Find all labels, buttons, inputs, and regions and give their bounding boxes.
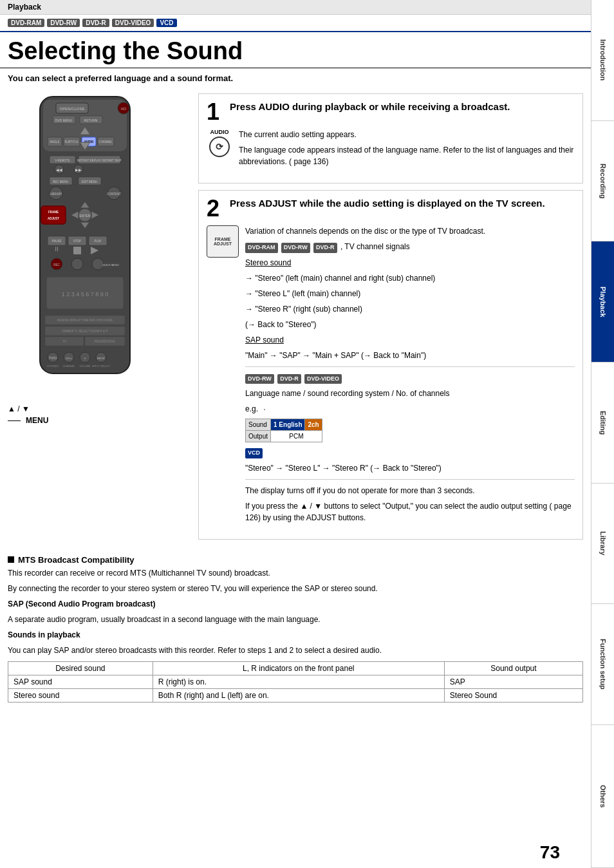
sidebar-tab-others[interactable]: Others [591,725,614,868]
sidebar-tab-library[interactable]: Library [591,484,614,605]
badge-dvd-r2: DVD-R [277,374,301,384]
svg-text:DVD MENU: DVD MENU [55,118,73,122]
sap-sound-label: SAP sound [245,334,575,346]
adjust-output-text: If you press the ▲ / ▼ buttons to select… [245,500,575,524]
svg-text:I/O: I/O [121,107,126,111]
svg-text:PAUSE: PAUSE [52,240,62,243]
bottom-table: Desired sound L, R indicators on the fro… [8,661,583,703]
svg-text:INSTANT REPLAY INSTANT SKIP: INSTANT REPLAY INSTANT SKIP [77,159,121,162]
svg-text:EDIT MENU: EDIT MENU [82,180,98,184]
svg-text:PLAY: PLAY [94,240,101,243]
disc-tag-dvd-r: DVD-R [82,19,109,27]
sidebar-tab-recording[interactable]: Recording [591,121,614,242]
svg-text:DIMMER  TL SELECT  ZOOM  P in : DIMMER TL SELECT ZOOM P in P [62,330,107,333]
sidebar-tab-playback[interactable]: Playback [591,241,614,363]
svg-text:STOP: STOP [73,240,81,243]
svg-text:TV: TV [62,340,66,343]
sound-display-box [264,409,265,410]
step-2-content-area: FRAME ADJUST Variation of channels depen… [207,225,575,527]
svg-text:+: + [84,356,86,360]
page-subtitle: You can select a preferred language and … [0,68,591,88]
black-square-icon [8,556,14,563]
remote-col: OPEN/CLOSE I/O DVD MENU RETURN ANGLE SUB… [8,93,188,546]
up-down-label: ▲ / ▼ [8,404,188,413]
step-2-header: 2 Press ADJUST while the audio setting i… [207,197,575,220]
svg-text:QUICK MENU: QUICK MENU [102,263,119,267]
svg-text:REC: REC [53,263,60,267]
page-title: Selecting the Sound [0,32,591,68]
mts-header-label: MTS Broadcast Compatibility [18,555,135,565]
step-1-line1: The current audio setting appears. [239,129,575,140]
disc-bar: DVD-RAM DVD-RW DVD-R DVD-VIDEO VCD [0,15,591,32]
svg-rect-52 [73,247,81,254]
adjust-label2: ADJUST [214,241,232,246]
table-row-sap: SAP sound R (right) is on. SAP [8,675,583,688]
tv-channel-text: , TV channel signals [340,242,410,251]
stereo-item4: (→ Back to "Stereo") [245,319,575,330]
svg-text:CHANNEL: CHANNEL [62,364,75,368]
badge-vcd: VCD [245,448,263,458]
divider2 [245,479,575,480]
svg-text:▶▶: ▶▶ [75,168,82,172]
divider1 [245,366,575,367]
badge-dvd-ram: DVD-RAM [245,243,278,253]
badge-dvd-rw: DVD-RW [281,243,310,253]
svg-text:◀◀: ◀◀ [56,168,62,172]
mts-intro1: This recorder can receive or record MTS … [8,567,583,579]
two-col-layout: OPEN/CLOSE I/O DVD MENU RETURN ANGLE SUB… [0,88,591,551]
right-sidebar: Introduction Recording Playback Editing … [591,0,614,868]
top-bar: Playback [0,0,591,15]
svg-text:ADJUST: ADJUST [48,217,59,220]
row-stereo-indicator: Both R (right) and L (left) are on. [153,688,444,702]
step-2-intro: Variation of channels depends on the dis… [245,225,575,237]
disc-tag-vcd: VCD [156,19,176,27]
step-2-block: 2 Press ADJUST while the audio setting i… [198,190,583,540]
audio-btn-graphic: AUDIO ⟳ [207,129,232,157]
audio-label: AUDIO [210,129,229,135]
disc-tag-dvd-rw: DVD-RW [47,19,80,27]
svg-text:SUBTITLE: SUBTITLE [64,140,79,144]
up-down-arrows: ▲ / ▼ [8,404,30,413]
bottom-section: MTS Broadcast Compatibility This recorde… [0,551,591,706]
menu-label-area: MENU [8,416,188,425]
badge-dvd-rw2: DVD-RW [245,374,274,384]
lang-sound-text: Language name / sound recording system /… [245,388,575,399]
badge-dvd-r: DVD-R [313,243,337,253]
svg-rect-42 [41,206,66,224]
stereo-item3: → "Stereo R" (right (sub) channel) [245,303,575,315]
svg-text:REMAIN  DISPLAY  TIME BAR  CHP: REMAIN DISPLAY TIME BAR CHP DIVIDE [57,319,113,322]
dvd-rw-badges-line: DVD-RW DVD-R DVD-VIDEO [245,372,575,384]
step-1-block: 1 Press AUDIO during playback or while r… [198,93,583,184]
svg-text:LIBRARY: LIBRARY [50,193,62,196]
vcd-badge-line: VCD [245,446,575,458]
dvd-badges-line: DVD-RAM DVD-RW DVD-R , TV channel signal… [245,241,575,253]
svg-text:FRAME: FRAME [48,211,59,214]
sidebar-tab-editing[interactable]: Editing [591,363,614,484]
step-1-number: 1 [207,100,225,124]
adjust-label: FRAME [215,237,231,241]
audio-btn-circle: ⟳ [209,137,230,157]
mts-intro2: By connecting the recorder to your stere… [8,583,583,594]
stereo-sound-label: Stereo sound [245,257,575,269]
disc-tag-dvd-video: DVD-VIDEO [112,19,154,27]
step-1-header: 1 Press AUDIO during playback or while r… [207,100,575,124]
svg-text:ENTER: ENTER [80,214,91,218]
adjust-btn-graphic: FRAME ADJUST [207,225,239,258]
svg-text:PROGRESSIVE: PROGRESSIVE [95,340,116,343]
sounds-heading: Sounds in playback [8,629,583,641]
sidebar-tab-introduction[interactable]: Introduction [591,0,614,121]
svg-text:TV/VIDEO: TV/VIDEO [47,364,59,368]
row-sap-desired: SAP sound [8,675,153,688]
row-sap-output: SAP [444,675,582,688]
svg-point-56 [71,258,83,270]
stereo-item2: → "Stereo L" (left (main) channel) [245,288,575,299]
svg-text:1 2 3 4 5 6 7 8 9 0: 1 2 3 4 5 6 7 8 9 0 [62,291,109,297]
svg-text:RETURN: RETURN [84,118,98,122]
sidebar-tab-function-setup[interactable]: Function setup [591,604,614,725]
sap-text: A separate audio program, usually broadc… [8,614,583,625]
svg-text:⏸: ⏸ [53,245,60,252]
disc-tag-dvd-ram: DVD-RAM [8,19,44,27]
remote-illustration: OPEN/CLOSE I/O DVD MENU RETURN ANGLE SUB… [8,93,162,402]
svg-text:CH ∧: CH ∧ [66,357,72,360]
step-1-line2: The language code appears instead of the… [239,144,575,167]
